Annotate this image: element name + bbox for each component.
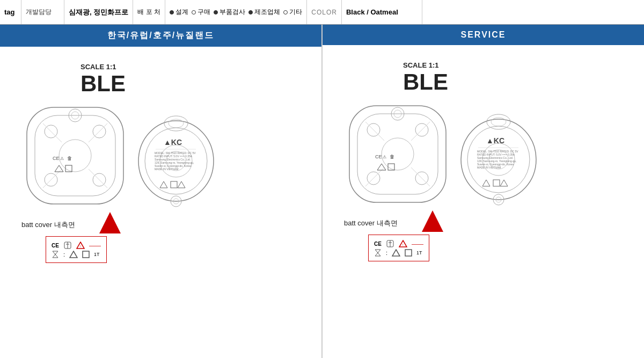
left-hourglass-icon [52,251,59,258]
svg-marker-61 [377,164,386,170]
right-symbol-box: CE ! —— [368,235,429,261]
dot-seolgye: 설계 [170,8,188,17]
svg-marker-92 [392,250,400,256]
right-ble-label: BLE [403,69,448,95]
left-scale-label: SCALE 1:1 [80,63,116,71]
svg-line-55 [411,122,430,141]
svg-marker-43 [53,251,58,254]
dot-seolgye-label: 설계 [175,8,188,17]
right-dash-1: —— [412,240,423,247]
persons-cell: 심재광, 정민화프로 [64,0,133,24]
right-ce-symbol: CE [374,241,382,247]
right-triangle2-icon [392,249,400,257]
right-panel-title: SERVICE [461,30,506,39]
svg-rect-46 [83,251,89,258]
main-content: 한국/유럽/호주/뉴질랜드 SCALE 1:1 BLE [0,25,644,358]
svg-text:CE: CE [53,156,60,161]
svg-line-7 [43,123,62,142]
svg-text:🗑: 🗑 [390,154,394,159]
dot-jejo: 제조업체 [248,8,280,17]
svg-point-53 [382,138,414,170]
persons-value: 심재광, 정민화프로 [69,8,128,17]
right-device-flat: CE ⚠ 🗑 [344,100,451,213]
dot-gumae-label: 구매 [197,8,210,17]
svg-line-57 [411,167,430,186]
dev-label: 개발담당 [26,8,52,17]
left-devices-row: CE ⚠ 🗑 [21,102,217,215]
left-panel: 한국/유럽/호주/뉴질랜드 SCALE 1:1 BLE [0,25,323,358]
left-panel-header: 한국/유럽/호주/뉴질랜드 [0,25,321,47]
right-symbol-row-2: : 1T [374,249,423,257]
svg-marker-44 [53,254,58,258]
left-num: 1T [94,252,100,257]
tag-cell: tag [0,0,21,24]
right-weee-icon [386,239,394,248]
left-colon: : [63,251,65,258]
left-weee-icon [63,241,72,250]
svg-marker-90 [375,250,380,253]
left-device-flat: CE ⚠ 🗑 [21,102,129,215]
dot-bupum: 부품검사 [214,8,245,17]
svg-marker-84 [422,210,443,232]
left-device-round: ▲KC MODEL: SM-T510 RATED: DC 5V RATED IN… [134,102,217,215]
left-dash-1: —— [89,242,101,249]
svg-text:⚠: ⚠ [383,155,386,159]
right-panel-header: SERVICE [323,25,644,45]
svg-text:MADE IN VIETNAM: MADE IN VIETNAM [155,167,178,171]
svg-marker-37 [99,212,121,233]
tag-label: tag [4,8,15,16]
dot-seolgye-icon [170,10,174,14]
right-batt-label: batt cover 내측면 [344,218,633,228]
baepochu-label: 배 포 처 [137,8,160,17]
svg-marker-14 [55,165,63,172]
svg-text:!: ! [80,245,81,248]
left-red-arrow [99,212,121,239]
color-label: COLOR [311,9,337,16]
svg-text:▲KC: ▲KC [164,138,182,147]
left-symbol-row-2: : 1T [52,251,101,258]
color-label-cell: COLOR [307,0,342,24]
svg-text:!: ! [402,243,404,246]
left-square-icon [82,251,90,258]
svg-rect-62 [388,164,394,170]
right-symbol-row-1: CE ! —— [374,239,423,248]
dot-gita-icon [283,10,288,14]
color-value: Black / Oatmeal [346,8,398,16]
dot-bupum-icon [214,10,218,14]
svg-marker-34 [178,181,185,188]
dev-label-cell: 개발담당 [21,0,64,24]
baepochu-cell: 배 포 처 [133,0,165,24]
right-square-icon [405,249,412,257]
right-devices-row: CE ⚠ 🗑 ▲KC [344,100,540,213]
dot-jejo-label: 제조업체 [254,8,280,17]
left-symbol-box: CE ! —— [46,236,107,263]
dot-gita: 기타 [283,8,302,17]
dot-gumae-icon [192,10,196,14]
left-triangle2-icon [69,251,78,258]
svg-line-8 [89,123,107,142]
right-red-arrow [422,210,443,237]
left-ble-label: BLE [80,71,126,97]
svg-line-54 [365,122,384,141]
right-num: 1T [416,250,422,255]
left-ce-symbol: CE [52,243,59,249]
svg-marker-79 [482,180,490,186]
svg-rect-93 [405,250,412,256]
left-triangle-icon: ! [76,242,85,249]
header-bar: tag 개발담당 심재광, 정민화프로 배 포 처 설계 구매 부품검사 제조업… [0,0,644,25]
right-panel: SERVICE SCALE 1:1 BLE [323,25,644,358]
svg-rect-33 [171,181,177,188]
left-panel-title: 한국/유럽/호주/뉴질랜드 [107,31,214,40]
svg-marker-91 [375,253,380,256]
svg-marker-45 [70,251,77,258]
svg-text:CE: CE [375,154,382,159]
right-device-round: ▲KC MODEL: SM-T510 RATED: DC 5V RATED IN… [457,100,540,213]
left-symbol-row-1: CE ! —— [52,241,101,250]
dot-gita-label: 기타 [289,8,302,17]
dots-cell: 설계 구매 부품검사 제조업체 기타 [165,0,307,24]
right-colon: : [386,250,387,256]
dot-gumae: 구매 [192,8,210,17]
dot-bupum-label: 부품검사 [219,8,245,17]
dot-jejo-icon [248,10,253,14]
right-triangle-icon: ! [399,240,407,247]
